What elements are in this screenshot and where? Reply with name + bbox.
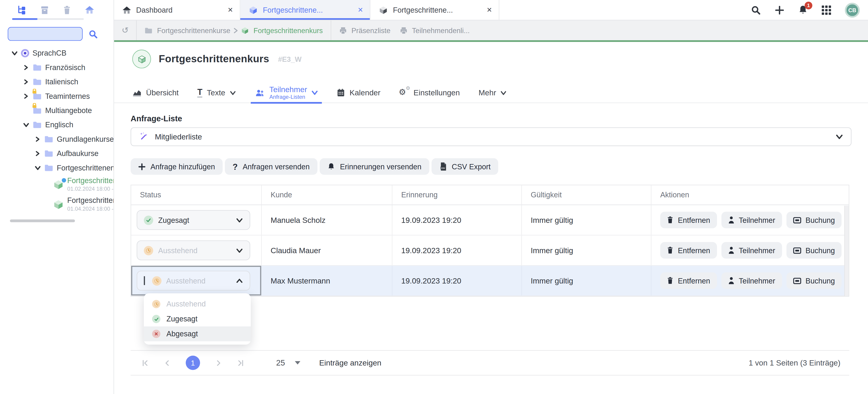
- breadcrumb-current[interactable]: Fortgeschrittenenkurs: [241, 26, 323, 34]
- status-select[interactable]: Ausstehend: [136, 240, 250, 260]
- tree-search-input[interactable]: [8, 27, 83, 41]
- tree-item-course[interactable]: Fortgeschrittenenkurs 01.04.2024 18:00 -…: [0, 194, 114, 214]
- archive-icon[interactable]: [40, 5, 49, 15]
- chevron-down-icon[interactable]: [23, 122, 29, 127]
- tree-item-englisch[interactable]: Englisch: [0, 117, 114, 132]
- tree-item-course-active[interactable]: Fortgeschrittenenkurs 01.02.2024 18:00 -…: [0, 175, 114, 194]
- page-size-select[interactable]: 25: [276, 358, 300, 367]
- chevron-right-icon[interactable]: [23, 64, 29, 70]
- tab-teilnehmer[interactable]: Teilnehmer Anfrage-Listen: [254, 83, 318, 102]
- status-confirmed-icon: [144, 215, 153, 225]
- search-icon[interactable]: [88, 29, 98, 39]
- folder-icon: [33, 78, 42, 86]
- send-anfragen-button[interactable]: ? Anfragen versenden: [225, 158, 317, 175]
- trash-icon[interactable]: [63, 5, 71, 15]
- chevron-right-icon[interactable]: [23, 93, 29, 99]
- cell-erinnerung: 19.09.2023 19:20: [392, 236, 521, 265]
- tree-view-icon[interactable]: [17, 5, 26, 15]
- chevron-right-icon[interactable]: [35, 136, 41, 142]
- table-scrollbar-track[interactable]: [844, 206, 849, 296]
- cell-aktionen: Entfernen Teilnehmer Buchung: [651, 205, 849, 235]
- tab-kalender[interactable]: Kalender: [337, 83, 380, 102]
- participant-button[interactable]: Teilnehmer: [721, 242, 782, 259]
- notifications-bell-icon[interactable]: 1: [798, 5, 808, 15]
- tree-item-franzoesisch[interactable]: Französisch: [0, 60, 114, 74]
- card-icon: [793, 216, 801, 223]
- option-abgesagt[interactable]: Abgesagt: [144, 327, 251, 341]
- participant-button[interactable]: Teilnehmer: [721, 212, 782, 229]
- option-zugesagt[interactable]: Zugesagt: [144, 311, 251, 327]
- add-icon[interactable]: [775, 5, 784, 15]
- tree-item-label: Englisch: [45, 120, 73, 129]
- close-icon[interactable]: ✕: [227, 6, 233, 14]
- cell-aktionen: Entfernen Teilnehmer Buchung: [651, 236, 849, 265]
- breadcrumb-folder[interactable]: Fortgeschrittenenkurse: [145, 26, 230, 34]
- printer-icon: [339, 26, 347, 34]
- prev-page-icon[interactable]: [164, 359, 171, 366]
- card-icon: [793, 247, 801, 254]
- booking-button[interactable]: Buchung: [786, 272, 842, 289]
- tree-item-italienisch[interactable]: Italienisch: [0, 74, 114, 89]
- toolbar-scrollbar[interactable]: [12, 18, 84, 20]
- trash-icon: [667, 277, 674, 285]
- booking-button[interactable]: Buchung: [786, 242, 842, 259]
- status-select-open[interactable]: Ausstehend: [136, 271, 250, 291]
- cell-gueltigkeit: Immer gültig: [521, 205, 651, 235]
- first-page-icon[interactable]: [142, 359, 149, 366]
- tab-uebersicht[interactable]: Übersicht: [132, 83, 179, 102]
- tab-course[interactable]: Fortgeschrittene... ✕: [370, 0, 499, 20]
- current-page-button[interactable]: 1: [186, 356, 200, 370]
- tab-texte[interactable]: T Texte: [197, 83, 236, 102]
- user-avatar[interactable]: CB: [845, 2, 860, 18]
- chevron-right-icon[interactable]: [23, 79, 29, 85]
- participant-button[interactable]: Teilnehmer: [721, 272, 782, 289]
- tab-einstellungen[interactable]: ⚙⚙ Einstellungen: [399, 83, 460, 102]
- status-value: Ausstehend: [158, 246, 197, 254]
- course-tabs: Übersicht T Texte Teilnehmer Anfrage-Lis…: [114, 83, 868, 103]
- history-icon[interactable]: ↺: [114, 25, 136, 35]
- tree-item-label: Fortgeschrittenenkurse: [57, 163, 114, 172]
- tree-item-teaminternes[interactable]: Teaminternes: [0, 89, 114, 103]
- search-icon[interactable]: [751, 5, 761, 15]
- tree-item-fortgeschrittenenkurse[interactable]: Fortgeschrittenenkurse: [0, 160, 114, 175]
- tab-label: Mehr: [478, 88, 496, 97]
- next-page-icon[interactable]: [215, 359, 222, 366]
- chevron-down-icon[interactable]: [11, 50, 18, 56]
- status-select[interactable]: Zugesagt: [136, 210, 250, 230]
- tab-course-active[interactable]: Fortgeschrittene... ✕: [240, 0, 370, 20]
- tree-item-label: Grundlagenkurse: [57, 135, 114, 143]
- tree-item-multiangebote[interactable]: Multiangebote: [0, 103, 114, 117]
- close-icon[interactable]: ✕: [487, 6, 492, 14]
- add-anfrage-button[interactable]: Anfrage hinzufügen: [131, 158, 223, 175]
- breadcrumb-doc-teilnehmendenliste[interactable]: Teilnehmendenli...: [399, 26, 470, 34]
- tab-sublabel: Anfrage-Listen: [269, 94, 307, 100]
- booking-button[interactable]: Buchung: [786, 212, 842, 229]
- option-ausstehend[interactable]: Ausstehend: [144, 297, 251, 311]
- remove-button[interactable]: Entfernen: [660, 242, 717, 259]
- tree-item-label: Teaminternes: [45, 92, 90, 100]
- last-page-icon[interactable]: [237, 359, 244, 366]
- chevron-right-icon[interactable]: [35, 150, 41, 156]
- course-dates: 01.04.2024 18:00 - 29.0: [67, 206, 114, 213]
- send-reminders-button[interactable]: Erinnerungen versenden: [320, 158, 429, 175]
- close-icon[interactable]: ✕: [358, 6, 363, 14]
- remove-button[interactable]: Entfernen: [660, 212, 717, 229]
- tree-item-aufbaukurse[interactable]: Aufbaukurse: [0, 146, 114, 160]
- button-label: Entfernen: [678, 246, 710, 254]
- tab-dashboard[interactable]: Dashboard ✕: [114, 0, 241, 20]
- csv-export-button[interactable]: CSV CSV Export: [432, 158, 498, 175]
- apps-grid-icon[interactable]: [822, 5, 831, 15]
- cube-icon: [241, 26, 249, 34]
- chevron-down-icon[interactable]: [35, 164, 41, 171]
- select-value: Mitgliederliste: [155, 132, 202, 141]
- sidebar-horizontal-scrollbar[interactable]: [10, 219, 75, 222]
- status-pending-icon: [152, 276, 161, 285]
- breadcrumb-doc-praesenzliste[interactable]: Präsenzliste: [339, 26, 391, 34]
- remove-button[interactable]: Entfernen: [660, 272, 717, 289]
- home-icon[interactable]: [85, 5, 94, 14]
- tab-mehr[interactable]: Mehr: [478, 83, 506, 102]
- tree-item-sprachcb[interactable]: SprachCB: [0, 46, 114, 60]
- tree-item-grundlagenkurse[interactable]: Grundlagenkurse: [0, 132, 114, 146]
- anfrage-liste-select[interactable]: Mitgliederliste: [131, 127, 851, 146]
- scrollbar-thumb[interactable]: [12, 18, 37, 20]
